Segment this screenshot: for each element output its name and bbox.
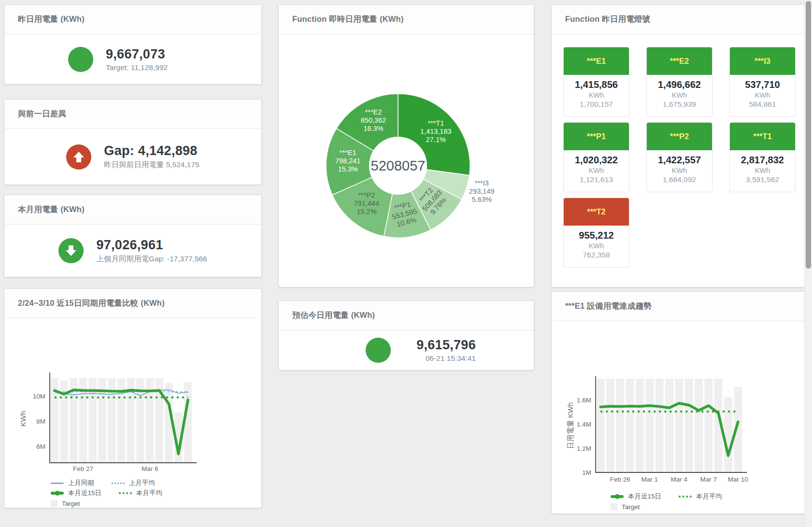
tile-name: ***P2 [670,132,689,141]
stat-body: Gap: 4,142,898 昨日與前日用電量 5,524,175 [4,129,261,185]
legend-item[interactable]: 上月平均 [112,479,155,487]
legend-dotted-line-swatch-icon [679,496,692,498]
svg-text:Feb 26: Feb 26 [610,476,630,483]
card-title: Function 即時日用電量 (KWh) [292,14,404,25]
legend-item[interactable]: 上月同期 [51,479,94,487]
stat-body: 97,026,961 上個月同期用電Gap: -17,377,566 [4,225,261,277]
card-header: 昨日用電量 (KWh) [4,5,261,34]
legend-item[interactable]: Target [611,503,640,511]
stat-body: 9,667,073 Target: 11,128,992 [4,34,261,84]
comparison-legend: 上月同期上月平均本月近15日本月平均Target [4,478,308,509]
svg-text:1,413,183: 1,413,183 [420,128,452,135]
legend-label: 本月近15日 [628,492,661,501]
tile-value: 537,710 [730,79,795,90]
tile-target: 762,358 [564,251,629,259]
status-tile-header: ***P1 [564,123,629,150]
svg-text:***T1: ***T1 [427,119,444,127]
tile-target: 1,684,092 [647,175,712,184]
svg-text:798,241: 798,241 [335,157,360,165]
trend-legend: 本月近15日本月平均Target [552,492,812,512]
stat-body: 9,615,796 06-21 15:34:41 [308,330,534,370]
card-title: 預估今日用電量 (KWh) [292,310,375,321]
svg-text:8M: 8M [36,418,45,425]
card-header: Function 即時日用電量 (KWh) [279,5,534,34]
legend-label: Target [622,503,640,511]
stat-caption: 昨日與前日用電量 5,524,175 [104,160,199,170]
legend-row: Target [51,499,308,508]
stat-caption: 06-21 15:34:41 [403,354,476,363]
legend-label: 上月平均 [129,479,155,487]
tile-value: 1,422,557 [647,155,712,166]
tile-name: ***T2 [587,207,606,216]
legend-item[interactable]: 本月平均 [679,492,722,501]
svg-text:10M: 10M [33,393,45,400]
scrollbar-track[interactable] [804,0,812,527]
card-estimate-today: 預估今日用電量 (KWh) 9,615,796 06-21 15:34:41 [278,300,534,370]
legend-row: 本月近15日本月平均 [611,492,812,501]
tile-name: ***E2 [670,57,689,66]
legend-label: 本月平均 [136,489,162,498]
status-tile-body: 1,020,322KWh1,121,613 [564,155,629,184]
scrollbar-thumb[interactable] [806,1,811,269]
legend-bar-swatch-icon [611,503,617,510]
arrow-up-circle-icon [66,144,91,170]
green-status-circle-icon [366,338,391,363]
svg-text:850,362: 850,362 [361,116,386,124]
svg-text:***P2: ***P2 [358,191,375,199]
legend-row: Target [611,502,812,512]
legend-dotted-line-swatch-icon [119,492,132,494]
legend-label: 本月近15日 [68,489,101,498]
status-tile-body: 2,817,832KWh3,591,562 [730,155,795,184]
svg-text:5208057: 5208057 [371,158,426,173]
card-day-gap: 與前一日差異 Gap: 4,142,898 昨日與前日用電量 5,524,175 [4,99,262,185]
legend-thick-line-swatch-icon [611,495,624,498]
tile-unit: KWh [647,167,712,174]
card-header: 與前一日差異 [4,100,261,129]
card-header: Function 昨日用電燈號 [552,5,805,34]
comparison-chart: 6M8M10MFeb 27Mar 6KWh [4,318,261,478]
svg-text:5.63%: 5.63% [472,196,492,203]
svg-text:1.2M: 1.2M [577,445,591,452]
stat-caption: 上個月同期用電Gap: -17,377,566 [96,254,207,264]
svg-text:***E1: ***E1 [340,149,356,157]
svg-text:KWh: KWh [19,411,27,427]
card-title: Function 昨日用電燈號 [565,14,650,25]
status-tile: ***E21,496,662KWh1,675,939 [646,47,712,117]
card-month-usage: 本月用電量 (KWh) 97,026,961 上個月同期用電Gap: -17,3… [4,195,262,277]
card-trend-chart: ***E1 設備用電達成趨勢 1M1.2M1.4M1.6MFeb 26Mar 1… [551,291,806,514]
svg-text:Mar 4: Mar 4 [671,476,688,483]
tile-value: 1,415,856 [564,79,629,90]
tile-name: ***I3 [755,57,770,66]
legend-item[interactable]: 本月近15日 [51,489,101,498]
svg-text:Feb 27: Feb 27 [73,465,93,472]
card-comparison-chart: 2/24~3/10 近15日同期用電量比較 (KWh) 6M8M10MFeb 2… [4,288,262,508]
svg-text:Mar 1: Mar 1 [641,476,658,483]
svg-text:日用電量 KWh: 日用電量 KWh [566,402,574,449]
status-tile-body: 1,415,856KWh1,700,157 [564,79,629,109]
card-header: ***E1 設備用電達成趨勢 [552,292,805,321]
legend-label: 上月同期 [68,479,94,487]
legend-item[interactable]: Target [51,500,80,507]
svg-text:27.1%: 27.1% [426,136,446,143]
tile-value: 955,212 [564,230,629,241]
card-realtime-donut: Function 即時日用電量 (KWh) ***T11,413,18327.1… [278,4,534,287]
svg-text:16.3%: 16.3% [363,125,383,132]
tile-target: 1,675,939 [647,100,712,109]
status-tile-body: 955,212KWh762,358 [564,230,629,259]
svg-text:Mar 7: Mar 7 [700,476,717,483]
tile-target: 1,121,613 [564,175,629,184]
tile-name: ***T1 [753,132,772,141]
tile-unit: KWh [564,242,629,250]
legend-item[interactable]: 本月平均 [119,489,162,498]
stat-value: 9,615,796 [403,338,476,353]
stat-value: Gap: 4,142,898 [104,143,199,158]
card-title: ***E1 設備用電達成趨勢 [565,301,652,312]
status-tile-body: 537,710KWh584,861 [730,79,795,109]
tile-unit: KWh [564,167,629,174]
realtime-donut-chart: ***T11,413,18327.1%***I3293,1495.63%***T… [279,34,534,286]
legend-item[interactable]: 本月近15日 [611,492,661,501]
status-tile: ***P11,020,322KWh1,121,613 [563,122,629,192]
tile-target: 3,591,562 [730,175,795,184]
arrow-down-circle-icon [58,238,84,263]
legend-row: 本月近15日本月平均 [51,488,308,498]
